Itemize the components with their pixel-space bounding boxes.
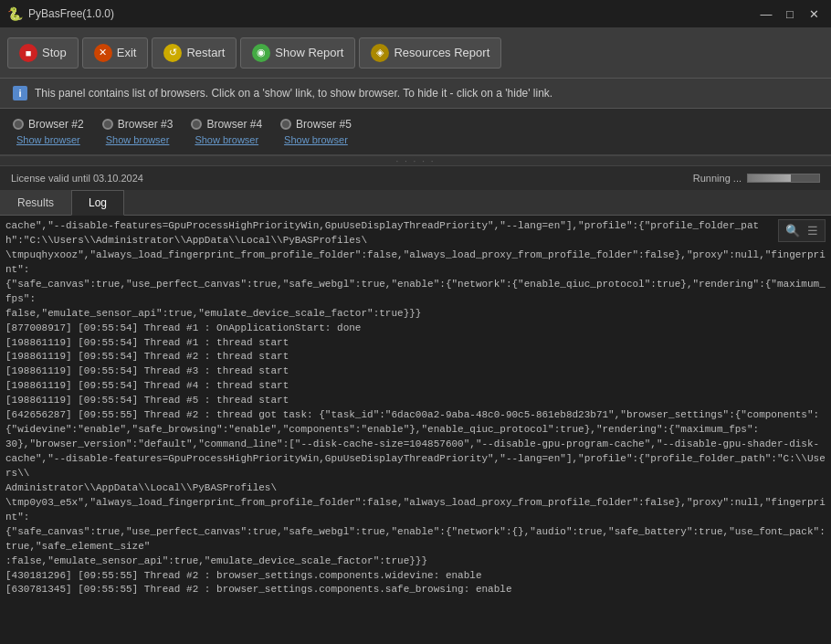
- log-line: [630781345] [09:55:55] Thread #2 : brows…: [5, 583, 826, 597]
- close-button[interactable]: ✕: [804, 4, 824, 24]
- toolbar: ■Stop✕Exit↺Restart◉Show Report◈Resources…: [0, 27, 831, 79]
- browser-name-3: Browser #3: [118, 118, 174, 131]
- browser-label-4: Browser #4: [191, 118, 262, 131]
- log-line: {"safe_canvas":true,"use_perfect_canvas"…: [5, 278, 826, 307]
- exit-button[interactable]: ✕Exit: [82, 37, 149, 69]
- app-title: PyBasFree(1.0.0): [28, 7, 114, 20]
- progress-container: Running ...: [693, 173, 820, 184]
- tabs-header: ResultsLog: [0, 190, 831, 216]
- browser-label-3: Browser #3: [102, 118, 174, 131]
- stop-button[interactable]: ■Stop: [7, 37, 79, 69]
- divider-dots: · · · · ·: [395, 156, 435, 166]
- browser-show-link-4[interactable]: Show browser: [195, 134, 258, 145]
- log-line: [198861119] [09:55:54] Thread #1 : threa…: [5, 336, 826, 351]
- browser-name-4: Browser #4: [206, 118, 262, 131]
- status-bar: License valid until 03.10.2024 Running .…: [0, 166, 831, 190]
- resources-report-label: Resources Report: [394, 46, 489, 59]
- browser-item-2: Browser #2 Show browser: [13, 118, 84, 145]
- exit-icon: ✕: [94, 44, 112, 62]
- browser-show-link-2[interactable]: Show browser: [16, 134, 80, 145]
- log-line: false,"emulate_sensor_api":true,"emulate…: [5, 307, 826, 322]
- stop-icon: ■: [19, 44, 37, 62]
- log-search-button[interactable]: 🔍: [783, 222, 803, 239]
- running-status: Running ...: [693, 173, 742, 184]
- tabs-container: ResultsLog 🔍 ☰ cache","--disable-feature…: [0, 190, 831, 644]
- browser-list: Browser #2 Show browser Browser #3 Show …: [0, 109, 831, 155]
- browser-radio-5: [280, 119, 291, 130]
- log-line: [877008917] [09:55:54] Thread #1 : OnApp…: [5, 322, 826, 336]
- tab-results[interactable]: Results: [0, 190, 71, 215]
- maximize-button[interactable]: □: [780, 4, 800, 24]
- browser-show-link-5[interactable]: Show browser: [284, 134, 348, 145]
- log-line: :false,"emulate_sensor_api":true,"emulat…: [5, 554, 826, 569]
- browser-label-5: Browser #5: [280, 118, 352, 131]
- log-line: cache","--disable-features=GpuProcessHig…: [5, 219, 826, 248]
- license-text: License valid until 03.10.2024: [11, 173, 143, 184]
- progress-bar-fill: [748, 174, 791, 182]
- log-line: \tmp0y03_e5x","always_load_fingerprint_f…: [5, 496, 826, 525]
- stop-label: Stop: [42, 46, 67, 59]
- log-line: {"safe_canvas":true,"use_perfect_canvas"…: [5, 525, 826, 554]
- browser-radio-3: [102, 119, 113, 130]
- browser-item-3: Browser #3 Show browser: [102, 118, 174, 145]
- log-content[interactable]: 🔍 ☰ cache","--disable-features=GpuProces…: [0, 216, 831, 644]
- title-bar-left: 🐍 PyBasFree(1.0.0): [7, 6, 114, 21]
- show-report-icon: ◉: [252, 44, 270, 62]
- browser-name-5: Browser #5: [296, 118, 352, 131]
- log-line: \tmpuqhyxooz","always_load_fingerprint_f…: [5, 248, 826, 278]
- tab-log[interactable]: Log: [71, 190, 124, 216]
- log-line: [198861119] [09:55:54] Thread #5 : threa…: [5, 394, 826, 408]
- restart-label: Restart: [186, 46, 225, 59]
- resize-divider[interactable]: · · · · ·: [0, 155, 831, 166]
- browser-name-2: Browser #2: [28, 118, 84, 131]
- log-line: 30},"browser_version":"default","command…: [5, 438, 826, 452]
- exit-label: Exit: [117, 46, 137, 59]
- info-panel: i This panel contains list of browsers. …: [0, 79, 831, 109]
- log-lines: cache","--disable-features=GpuProcessHig…: [5, 219, 826, 597]
- log-line: {"widevine":"enable","safe_browsing":"en…: [5, 423, 826, 438]
- resources-report-icon: ◈: [371, 44, 389, 62]
- resources-report-button[interactable]: ◈Resources Report: [359, 37, 501, 69]
- browser-item-4: Browser #4 Show browser: [191, 118, 262, 145]
- minimize-button[interactable]: —: [756, 4, 776, 24]
- app-icon: 🐍: [7, 6, 23, 21]
- browser-item-5: Browser #5 Show browser: [280, 118, 352, 145]
- progress-bar: [747, 174, 820, 183]
- log-line: [430181296] [09:55:55] Thread #2 : brows…: [5, 569, 826, 584]
- log-line: [642656287] [09:55:55] Thread #2 : threa…: [5, 408, 826, 423]
- browser-radio-4: [191, 119, 202, 130]
- info-icon: i: [13, 86, 27, 100]
- browser-label-2: Browser #2: [13, 118, 84, 131]
- log-line: [198861119] [09:55:54] Thread #2 : threa…: [5, 350, 826, 364]
- log-line: [198861119] [09:55:54] Thread #4 : threa…: [5, 379, 826, 394]
- show-report-label: Show Report: [275, 46, 343, 59]
- show-report-button[interactable]: ◉Show Report: [240, 37, 355, 69]
- info-text: This panel contains list of browsers. Cl…: [35, 87, 552, 100]
- title-bar-controls: — □ ✕: [756, 4, 824, 24]
- restart-button[interactable]: ↺Restart: [152, 37, 237, 69]
- log-menu-button[interactable]: ☰: [805, 222, 821, 239]
- log-line: cache","--disable-features=GpuProcessHig…: [5, 452, 826, 481]
- title-bar: 🐍 PyBasFree(1.0.0) — □ ✕: [0, 0, 831, 27]
- log-line: [198861119] [09:55:54] Thread #3 : threa…: [5, 364, 826, 379]
- restart-icon: ↺: [163, 44, 182, 62]
- browser-show-link-3[interactable]: Show browser: [106, 134, 170, 145]
- log-line: Administrator\\AppData\\Local\\PyBASProf…: [5, 481, 826, 496]
- browser-radio-2: [13, 119, 24, 130]
